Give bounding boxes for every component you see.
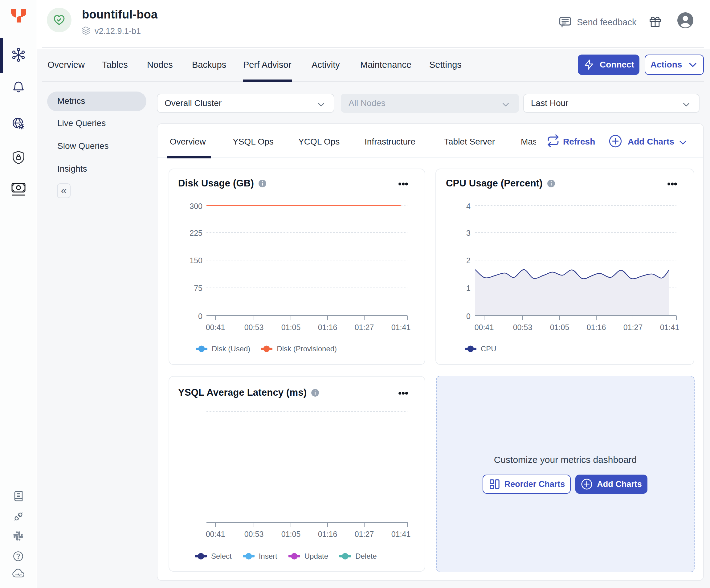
svg-text:01:05: 01:05 — [550, 323, 569, 332]
svg-text:01:41: 01:41 — [392, 530, 411, 538]
svg-text:01:27: 01:27 — [623, 323, 643, 332]
svg-text:01:05: 01:05 — [281, 530, 301, 538]
svg-text:00:53: 00:53 — [244, 323, 264, 332]
svg-text:01:41: 01:41 — [392, 323, 411, 332]
svg-text:150: 150 — [190, 256, 203, 265]
svg-text:2: 2 — [466, 256, 471, 265]
svg-text:225: 225 — [190, 229, 203, 237]
svg-text:01:16: 01:16 — [318, 530, 337, 538]
svg-text:1: 1 — [466, 284, 471, 292]
svg-text:300: 300 — [190, 202, 203, 211]
svg-text:00:41: 00:41 — [475, 323, 494, 332]
svg-text:00:41: 00:41 — [206, 530, 225, 538]
svg-text:00:53: 00:53 — [513, 323, 532, 332]
svg-text:01:27: 01:27 — [355, 323, 374, 332]
svg-text:0: 0 — [466, 312, 471, 321]
svg-text:4: 4 — [466, 202, 471, 211]
svg-text:01:05: 01:05 — [281, 323, 301, 332]
svg-text:01:41: 01:41 — [660, 323, 680, 332]
svg-text:01:16: 01:16 — [318, 323, 337, 332]
svg-text:75: 75 — [194, 284, 203, 292]
svg-text:3: 3 — [466, 229, 471, 237]
svg-text:01:27: 01:27 — [355, 530, 374, 538]
svg-text:01:16: 01:16 — [587, 323, 606, 332]
svg-text:0: 0 — [198, 312, 203, 321]
svg-text:00:53: 00:53 — [244, 530, 264, 538]
svg-text:00:41: 00:41 — [206, 323, 225, 332]
